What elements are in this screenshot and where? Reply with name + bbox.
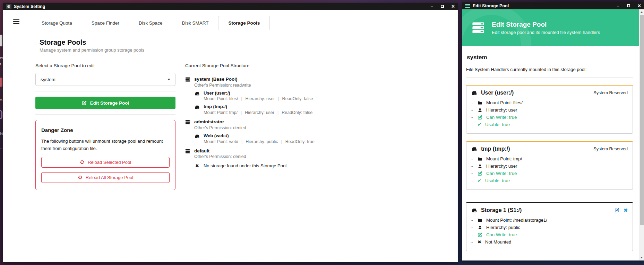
maximize-button[interactable] [627, 4, 630, 8]
handler-detail-row: -Mount Point: files/ [471, 100, 628, 105]
handler-card-storage1: Storage 1 (S1:/) ✖ -Mount Point: /media/… [466, 202, 633, 251]
handler-detail-row: -✔Usable: true [471, 122, 628, 127]
folder-icon [478, 218, 482, 223]
edit-storage-pool-button[interactable]: Edit Storage Pool [35, 97, 175, 109]
desktop-label-fragment: n. [0, 98, 3, 101]
scroll-down-button[interactable] [639, 255, 644, 260]
storage-pool-select[interactable]: system [35, 73, 175, 86]
edit-icon [82, 100, 87, 105]
handler-card-tmp: tmp (tmp:/) System Reserved -Mount Point… [466, 141, 633, 190]
refresh-icon [78, 175, 83, 180]
edit-pool-banner: Edit Storage Pool Edit storage pool and … [462, 9, 639, 46]
desktop-edge-fragments: W t n. 良 ... [0, 0, 3, 265]
system-setting-titlebar[interactable]: ⚙ System Setting – × [3, 3, 458, 10]
reload-all-storage-pool-button[interactable]: Reload All Storage Pool [41, 172, 170, 183]
document-icon [0, 35, 2, 46]
server-icon [472, 21, 485, 34]
server-icon [185, 120, 190, 125]
divider [35, 114, 175, 115]
close-button[interactable]: × [638, 3, 641, 9]
handler-detail-row: -✖Not Mounted [471, 239, 628, 245]
pool-entry-default: default Other's Permission: denied ✖ No … [185, 148, 315, 169]
edit-icon [478, 232, 482, 237]
times-icon: ✖ [478, 239, 481, 245]
banner-subtitle: Edit storage pool and its mounted file s… [492, 30, 600, 35]
minimize-button[interactable]: – [617, 4, 619, 8]
close-button[interactable]: × [452, 4, 455, 9]
handler-detail-row: -Hierarchy: user [471, 164, 628, 169]
editing-pool-name: system [467, 54, 633, 61]
handler-detail-row: -Can Write: true [471, 115, 628, 120]
page-title: Storage Pools [40, 38, 458, 46]
refresh-icon [80, 160, 85, 165]
remove-handler-button[interactable]: ✖ [624, 207, 628, 213]
window-title: System Setting [14, 4, 45, 9]
app-icon-fragment [0, 110, 2, 119]
hdd-icon [471, 90, 477, 96]
storage-entry: User (user:/) Mount Point: files/|Hierar… [195, 91, 315, 101]
storage-entry: Web (web:/) Mount Point: web/|Hierarchy:… [195, 133, 315, 144]
minimize-button[interactable]: – [431, 5, 433, 9]
server-icon [185, 77, 190, 82]
desktop-label-fragment: t [0, 63, 1, 66]
handler-detail-row: -Hierarchy: public [471, 225, 628, 230]
edit-handler-button[interactable] [615, 208, 619, 213]
divider [466, 77, 633, 78]
hdd-icon [471, 207, 477, 213]
times-icon: ✖ [195, 163, 199, 168]
handler-detail-row: -Can Write: true [471, 232, 628, 237]
banner-title: Edit Storage Pool [492, 21, 600, 28]
storage-entry: tmp (tmp:/) Mount Point: tmp/|Hierarchy:… [195, 104, 315, 115]
empty-pool-message: ✖ No storage found under this Storage Po… [195, 163, 315, 168]
pool-select-label: Select a Storage Pool to edit [35, 63, 175, 68]
pool-entry-system: system (Base Pool) Other's Permission: r… [185, 77, 315, 115]
tab-disk-smart[interactable]: Disk SMART [172, 16, 218, 30]
hdd-icon [195, 91, 200, 96]
edit-icon [478, 115, 482, 120]
menu-icon[interactable] [13, 19, 19, 24]
danger-zone-title: Danger Zone [41, 127, 170, 133]
user-icon [478, 225, 482, 230]
hdd-icon [195, 134, 200, 139]
chevron-down-icon [168, 79, 170, 82]
check-icon: ✔ [478, 178, 481, 183]
scrollbar-thumb[interactable] [640, 15, 644, 225]
tab-space-finder[interactable]: Space Finder [82, 16, 129, 30]
tab-storage-quota[interactable]: Storage Quota [32, 16, 82, 30]
hdd-icon [195, 105, 200, 110]
desktop-label-fragment: ... [0, 147, 3, 150]
system-reserved-badge: System Reserved [593, 90, 628, 95]
tab-storage-pools[interactable]: Storage Pools [218, 16, 270, 30]
handler-detail-row: -Mount Point: tmp/ [471, 156, 628, 161]
handler-detail-row: -✔Usable: true [471, 178, 628, 183]
system-reserved-badge: System Reserved [593, 147, 628, 151]
handler-detail-row: -Mount Point: /media/storage1/ [471, 218, 628, 223]
reload-selected-pool-button[interactable]: Reload Selected Pool [41, 157, 170, 168]
structure-title: Current Storage Pool Structure [185, 63, 315, 68]
handlers-intro: File System Handlers currently mounted i… [466, 67, 633, 72]
selected-pool-value: system [41, 77, 55, 82]
scrollbar[interactable] [639, 9, 644, 260]
gear-icon: ⚙ [6, 4, 11, 9]
divider [35, 91, 175, 91]
edit-storage-pool-window: Edit Storage Pool – × Edit Storage Pool … [462, 2, 644, 260]
user-icon [478, 108, 482, 113]
hdd-icon [471, 146, 477, 152]
desktop-background: W t n. 良 ... ⚙ System Setting – × Storag… [0, 0, 644, 265]
folder-icon [478, 157, 482, 161]
handler-detail-row: -Can Write: true [471, 171, 628, 176]
user-icon [478, 164, 482, 169]
window-title: Edit Storage Pool [473, 3, 509, 8]
handler-detail-row: -Hierarchy: user [471, 107, 628, 113]
danger-zone-description: The following buttons will unmount stora… [41, 138, 170, 152]
system-setting-window: ⚙ System Setting – × Storage Quota Space… [3, 3, 458, 262]
tab-disk-space[interactable]: Disk Space [129, 16, 172, 30]
scroll-up-button[interactable] [639, 9, 644, 15]
app-icon-fragment [0, 78, 2, 87]
maximize-button[interactable] [441, 5, 444, 9]
handler-card-user: User (user:/) System Reserved -Mount Poi… [466, 85, 633, 134]
pool-entry-administrator: administrator Other's Permission: denied… [185, 119, 315, 144]
check-icon: ✔ [478, 122, 481, 127]
edit-icon [478, 171, 482, 176]
edit-pool-titlebar[interactable]: Edit Storage Pool – × [462, 2, 644, 9]
